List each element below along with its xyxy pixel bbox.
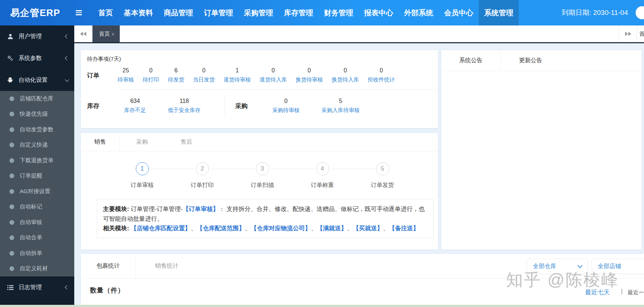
stat-value: 634 [124, 98, 146, 104]
step-number: 3 [256, 162, 269, 175]
top-nav: 首页 基本资料 商品管理 订单管理 采购管理 库存管理 财务管理 报表中心 外部… [93, 0, 519, 25]
stat-link[interactable]: 库存不足 [124, 107, 146, 114]
tab-aftersales[interactable]: 售后 [164, 133, 209, 151]
submenu-item-download-return-form[interactable]: 下载退换货单 [0, 153, 74, 168]
topnav-item-products[interactable]: 商品管理 [158, 0, 198, 25]
tabs-scroll-right-button[interactable] [619, 25, 637, 42]
submenu-item-auto-split[interactable]: 自动拆单 [0, 246, 74, 261]
topnav-item-home[interactable]: 首页 [93, 0, 118, 25]
stat-link[interactable]: 低于安全库存 [168, 107, 201, 114]
stat-link[interactable]: 退货待入库 [260, 76, 287, 83]
gears-icon [6, 55, 14, 61]
chevron-down-icon [65, 77, 69, 81]
close-icon[interactable]: × [111, 31, 115, 37]
link-warehouse-logistics[interactable]: 【仓库对应物流公司】 [251, 225, 311, 231]
step-label: 订单扫描 [232, 182, 292, 189]
tabs-scroll-left-button[interactable] [74, 25, 92, 42]
stat-link[interactable]: 拒收件统计 [368, 76, 395, 83]
list-icon [6, 285, 14, 290]
stat-link[interactable]: 采购待审核 [272, 107, 300, 114]
module-description-box: 主要模块: 订单管理-订单管理-【订单审核】： 支持拆分、合并、修改、配快递、送… [97, 199, 434, 238]
stat-link[interactable]: 退货待审核 [224, 76, 251, 83]
topnav-item-reports[interactable]: 报表中心 [359, 0, 399, 25]
link-warehouse-delivery-range[interactable]: 【仓库配送范围】 [197, 225, 245, 231]
chevron-left-icon [65, 56, 69, 60]
submenu-item-auto-audit[interactable]: 自动审核 [0, 215, 74, 230]
warehouse-select[interactable]: 全部仓库 [527, 259, 588, 274]
tab-system-announcements[interactable]: 系统公告 [441, 50, 501, 71]
menu-toggle-icon[interactable] [76, 0, 82, 25]
submenu-item-custom-courier[interactable]: 自定义快递 [0, 137, 74, 153]
sidebar-item-user-management[interactable]: 用户管理 [0, 25, 74, 47]
sidebar-item-automation-settings[interactable]: 自动化设置 [0, 69, 74, 91]
stat-link[interactable]: 待审核 [118, 76, 134, 83]
stat-value: 0 [143, 67, 159, 74]
shop-select[interactable]: 全部店铺 [592, 259, 644, 274]
submenu-item-order-reminder[interactable]: 订单提醒 [0, 168, 74, 184]
topnav-item-orders[interactable]: 订单管理 [198, 0, 238, 25]
tab-overflow-partial[interactable]: 首页 [637, 25, 644, 42]
double-left-arrow-icon [83, 32, 86, 36]
page-tab-bar: 首页 × 首页 [74, 25, 644, 43]
bullet-icon [9, 266, 14, 271]
tab-home[interactable]: 首页 × [92, 25, 120, 42]
topnav-item-external[interactable]: 外部系统 [399, 0, 439, 25]
stat-link[interactable]: 待发货 [168, 76, 184, 83]
submenu-item-label: 自定义快递 [20, 141, 48, 149]
submenu-item-auto-mark[interactable]: 自动标记 [0, 199, 74, 215]
submenu-item-auto-merge[interactable]: 自动合单 [0, 230, 74, 246]
stat-link[interactable]: 采购入库待审核 [321, 107, 360, 114]
avatar[interactable] [636, 6, 644, 19]
stat-value: 118 [168, 98, 201, 104]
todo-panel: 待办事项(7天) 订单 25待审核 0待打印 6待发货 0当日发货 1退货待审核… [81, 50, 438, 128]
tab-package-stats[interactable]: 包裹统计 [81, 254, 136, 278]
sidebar-item-label: 自动化设置 [19, 76, 66, 84]
topnav-item-inventory[interactable]: 库存管理 [278, 0, 319, 25]
topnav-item-members[interactable]: 会员中心 [439, 0, 479, 25]
stat-link[interactable]: 换货待审核 [296, 76, 323, 83]
stat-link[interactable]: 换货待入库 [332, 76, 359, 83]
stat-link[interactable]: 待打印 [143, 76, 159, 83]
submenu-item-ag-integration[interactable]: AG对接设置 [0, 184, 74, 199]
topnav-item-purchasing[interactable]: 采购管理 [238, 0, 278, 25]
topnav-item-finance[interactable]: 财务管理 [319, 0, 359, 25]
submenu-item-courier-priority[interactable]: 快递优先级 [0, 107, 74, 122]
warehouse-select-value: 全部仓库 [533, 263, 556, 270]
topnav-item-basic-data[interactable]: 基本资料 [118, 0, 158, 25]
order-row-label: 订单 [87, 71, 113, 80]
tab-sales-stats[interactable]: 销售统计 [136, 254, 198, 278]
submenu-item-auto-ship-params[interactable]: 自动发货参数 [0, 122, 74, 137]
link-full-gift[interactable]: 【满就送】 [317, 225, 347, 231]
todo-stat: 0拒收件统计 [363, 67, 399, 83]
stat-link[interactable]: 当日发货 [193, 76, 215, 83]
stat-value: 25 [118, 67, 134, 74]
bullet-icon [9, 189, 14, 194]
stat-value: 0 [296, 67, 323, 74]
bullet-icon [9, 251, 14, 256]
sidebar-item-system-params[interactable]: 系统参数 [0, 47, 74, 69]
desc-related-prefix: 相关模块: [103, 225, 131, 231]
tab-purchase[interactable]: 采购 [120, 133, 164, 151]
range-last-month-link[interactable]: 最近一月 [628, 289, 644, 296]
submenu-item-label: 订单提醒 [20, 172, 42, 180]
tab-sales[interactable]: 销售 [81, 133, 120, 151]
range-last-7-days-link[interactable]: 最近七天 [585, 288, 610, 296]
separator: 、 [191, 225, 197, 231]
app-logo[interactable]: 易企管ERP [0, 0, 74, 25]
submenu-item-label: 自定义耗材 [20, 265, 48, 272]
row-divider [119, 89, 438, 89]
submenu-item-label: 自动合单 [20, 234, 42, 242]
submenu-item-shop-warehouse-match[interactable]: 店铺匹配仓库 [0, 91, 74, 107]
link-order-audit[interactable]: 【订单审核】 [183, 206, 219, 212]
submenu-item-label: 自动审核 [20, 219, 42, 226]
stat-value: 0 [193, 67, 215, 74]
topnav-item-system[interactable]: 系统管理 [479, 0, 519, 25]
tab-update-announcements[interactable]: 更新公告 [501, 50, 560, 71]
announcement-panel: 系统公告 更新公告 [441, 50, 641, 250]
sidebar-item-log-management[interactable]: 日志管理 [0, 276, 74, 298]
link-note-gift[interactable]: 【备注送】 [389, 225, 419, 231]
link-buy-gift[interactable]: 【买就送】 [353, 225, 383, 231]
link-shop-warehouse-match[interactable]: 【店铺仓库匹配设置】 [131, 225, 191, 231]
stock-stats: 634库存不足 118低于安全库存 [113, 98, 212, 114]
submenu-item-custom-consumables[interactable]: 自定义耗材 [0, 261, 74, 277]
